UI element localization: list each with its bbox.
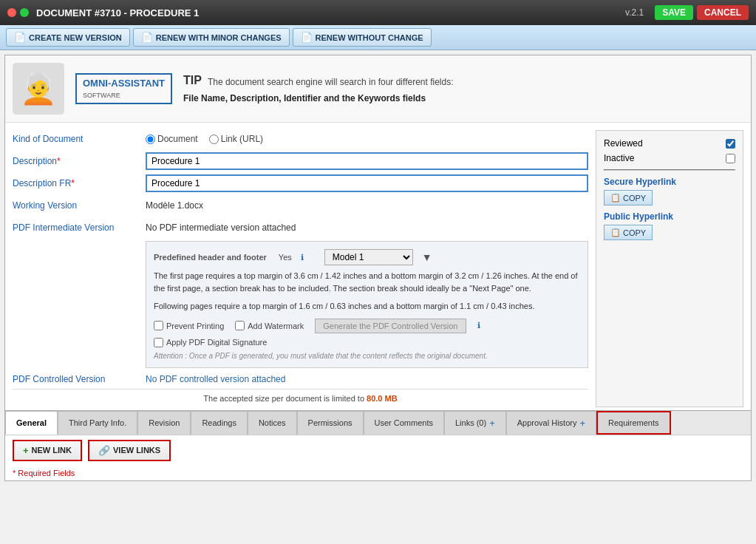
model-select[interactable]: Model 1 Model 2 Model 3 xyxy=(324,249,413,265)
document-icon-2: 📄 xyxy=(141,32,153,43)
link-radio-label: Link (URL) xyxy=(221,134,263,144)
form-area: Kind of Document Document Link (URL) Des… xyxy=(5,123,751,407)
title-actions: SAVE CANCEL xyxy=(655,5,749,20)
add-watermark-checkbox[interactable] xyxy=(235,321,245,330)
yes-label: Yes xyxy=(279,253,292,262)
tab-readings[interactable]: Readings xyxy=(191,411,247,435)
pdf-intermediate-value: No PDF intermediate version attached xyxy=(146,222,588,233)
pdf-controlled-value: No PDF controlled version attached xyxy=(146,374,285,384)
working-version-label: Working Version xyxy=(13,200,146,211)
title-bar: DOCUMENT #3710 - PROCEDURE 1 v.2.1 SAVE … xyxy=(0,0,756,25)
kind-of-document-label: Kind of Document xyxy=(13,134,146,144)
renew-minor-button[interactable]: 📄 RENEW WITH MINOR CHANGES xyxy=(133,28,290,47)
dropdown-icon[interactable]: ▼ xyxy=(422,251,432,263)
approval-plus-icon[interactable]: + xyxy=(579,418,585,429)
tab-notices-label: Notices xyxy=(259,418,286,427)
tab-third-party[interactable]: Third Party Info. xyxy=(58,411,137,435)
tab-user-comments[interactable]: User Comments xyxy=(364,411,444,435)
reviewed-label: Reviewed xyxy=(604,138,722,149)
inactive-label: Inactive xyxy=(604,153,722,163)
document-radio-input[interactable] xyxy=(146,135,155,144)
view-links-button[interactable]: 🔗 VIEW LINKS xyxy=(88,440,171,461)
link-radio-input[interactable] xyxy=(209,135,219,144)
pdf-controlled-row: PDF Controlled Version No PDF controlled… xyxy=(13,374,588,384)
tip-title: TIP xyxy=(183,74,202,87)
copy-icon: 📋 xyxy=(610,193,621,203)
tab-general[interactable]: General xyxy=(5,411,58,435)
create-new-version-label: CREATE NEW VERSION xyxy=(29,33,122,42)
description-fr-label: Description FR xyxy=(13,178,146,188)
generate-pdf-button[interactable]: Generate the PDF Controlled Version xyxy=(315,319,466,333)
tab-user-comments-label: User Comments xyxy=(375,418,433,427)
required-note-text: * Required Fields xyxy=(13,469,75,477)
pdf-intermediate-label: PDF Intermediate Version xyxy=(13,222,146,233)
new-link-icon: + xyxy=(23,445,29,456)
apply-signature-label[interactable]: Apply PDF Digital Signature xyxy=(154,338,267,347)
tab-permissions[interactable]: Permissions xyxy=(297,411,364,435)
public-copy-label: COPY xyxy=(623,228,646,237)
secure-copy-button[interactable]: 📋 COPY xyxy=(604,190,653,205)
right-panel: Reviewed Inactive Secure Hyperlink 📋 COP… xyxy=(596,130,743,407)
public-copy-button[interactable]: 📋 COPY xyxy=(604,225,653,240)
tip-text: The document search engine will search i… xyxy=(208,77,454,87)
tab-notices[interactable]: Notices xyxy=(248,411,297,435)
reviewed-row: Reviewed xyxy=(604,138,735,149)
pdf-checkbox-row: Prevent Printing Add Watermark Generate … xyxy=(154,319,580,333)
create-new-version-button[interactable]: 📄 CREATE NEW VERSION xyxy=(6,28,130,47)
link-radio[interactable]: Link (URL) xyxy=(209,134,263,144)
tab-links[interactable]: Links (0) + xyxy=(444,411,506,435)
public-hyperlink-label: Public Hyperlink xyxy=(604,211,673,222)
tab-revision[interactable]: Revision xyxy=(137,411,191,435)
apply-signature-row: Apply PDF Digital Signature xyxy=(154,338,580,347)
form-left: Kind of Document Document Link (URL) Des… xyxy=(13,130,588,407)
size-notice: The accepted size per document is limite… xyxy=(13,389,588,403)
add-watermark-label[interactable]: Add Watermark xyxy=(235,321,304,330)
description-fr-input[interactable] xyxy=(146,174,588,192)
window-title: DOCUMENT #3710 - PROCEDURE 1 xyxy=(36,7,625,18)
apply-signature-checkbox[interactable] xyxy=(154,338,163,347)
new-link-button[interactable]: + NEW LINK xyxy=(13,440,82,461)
reviewed-checkbox[interactable] xyxy=(726,139,735,149)
new-link-label: NEW LINK xyxy=(32,446,72,455)
tip-bold-text: File Name, Description, Identifier and t… xyxy=(183,93,743,103)
omni-sub-text: SOFTWARE xyxy=(83,92,120,99)
omni-logo: OMNI-ASSISTANT SOFTWARE xyxy=(75,73,172,104)
description-input[interactable] xyxy=(146,152,588,170)
generate-info-icon[interactable]: ℹ xyxy=(477,321,480,330)
working-version-value: Modèle 1.docx xyxy=(146,200,588,211)
prevent-printing-checkbox[interactable] xyxy=(154,321,163,330)
renew-without-label: RENEW WITHOUT CHANGE xyxy=(316,33,423,42)
main-content: 🧑‍🦳 OMNI-ASSISTANT SOFTWARE TIP The docu… xyxy=(4,55,752,481)
document-icon: 📄 xyxy=(14,32,26,43)
predefined-row: Predefined header and footer Yes ℹ Model… xyxy=(154,249,580,265)
description-label: Description xyxy=(13,156,146,166)
info-icon[interactable]: ℹ xyxy=(301,253,304,262)
pdf-warning: Attention : Once a PDF is generated, you… xyxy=(154,352,580,360)
bottom-bar: + NEW LINK 🔗 VIEW LINKS xyxy=(5,435,751,466)
links-plus-icon[interactable]: + xyxy=(489,418,495,429)
document-radio[interactable]: Document xyxy=(146,134,198,144)
pdf-info-1: The first page requires a top margin of … xyxy=(154,270,580,294)
pdf-info-2: Following pages require a top margin of … xyxy=(154,300,580,313)
tab-general-label: General xyxy=(16,418,47,427)
description-fr-row: Description FR xyxy=(13,174,588,192)
prevent-printing-label[interactable]: Prevent Printing xyxy=(154,321,224,330)
tab-approval-history[interactable]: Approval History + xyxy=(506,411,596,435)
save-button[interactable]: SAVE xyxy=(655,5,693,20)
renew-minor-label: RENEW WITH MINOR CHANGES xyxy=(156,33,282,42)
tab-requirements[interactable]: Requirements xyxy=(596,411,670,435)
inactive-row: Inactive xyxy=(604,153,735,163)
tab-links-label: Links (0) xyxy=(455,418,486,427)
document-icon-3: 📄 xyxy=(301,32,313,43)
view-links-icon: 🔗 xyxy=(98,445,110,456)
renew-without-button[interactable]: 📄 RENEW WITHOUT CHANGE xyxy=(293,28,432,47)
pdf-section: Predefined header and footer Yes ℹ Model… xyxy=(146,241,588,368)
tip-content: TIP The document search engine will sear… xyxy=(183,74,743,103)
tabs-bar: General Third Party Info. Revision Readi… xyxy=(5,410,751,435)
version-label: v.2.1 xyxy=(625,7,644,18)
tab-third-party-label: Third Party Info. xyxy=(69,418,126,427)
document-radio-label: Document xyxy=(157,134,198,144)
tab-revision-label: Revision xyxy=(149,418,180,427)
cancel-button[interactable]: CANCEL xyxy=(697,5,749,20)
inactive-checkbox[interactable] xyxy=(726,154,735,163)
